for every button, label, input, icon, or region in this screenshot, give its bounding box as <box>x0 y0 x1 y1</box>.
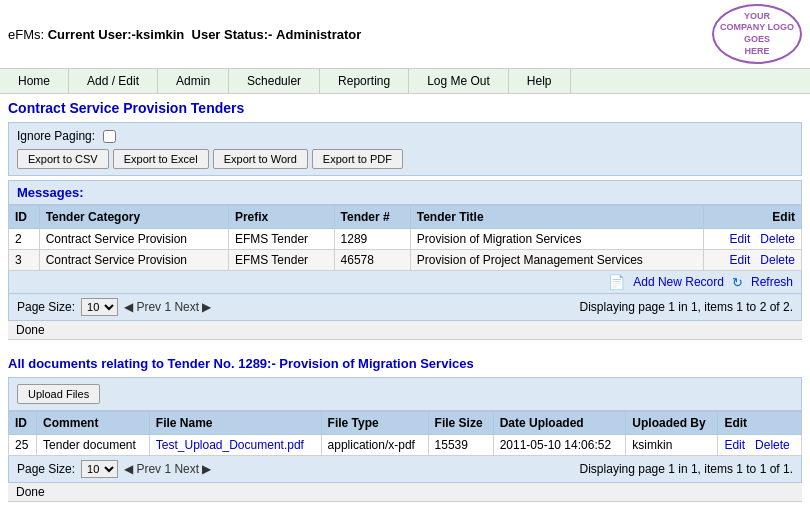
doc-page-size-label: Page Size: <box>17 462 75 476</box>
col-edit: Edit <box>703 206 801 229</box>
doc-cell-date: 2011-05-10 14:06:52 <box>493 435 626 456</box>
nav-bar: Home Add / Edit Admin Scheduler Reportin… <box>0 68 810 94</box>
section2-title: All documents relating to Tender No. 128… <box>8 356 802 371</box>
upload-files-button[interactable]: Upload Files <box>17 384 100 404</box>
col-id: ID <box>9 206 40 229</box>
col-prefix: Prefix <box>228 206 334 229</box>
nav-help[interactable]: Help <box>509 69 571 93</box>
section2: All documents relating to Tender No. 128… <box>0 346 810 508</box>
ignore-paging-checkbox[interactable] <box>103 130 116 143</box>
cell-prefix: EFMS Tender <box>228 250 334 271</box>
cell-id: 3 <box>9 250 40 271</box>
refresh-icon: ↻ <box>732 275 743 290</box>
cell-category: Contract Service Provision <box>39 229 228 250</box>
cell-id: 2 <box>9 229 40 250</box>
pagination-row: Page Size: 10 25 50 ◀ Prev 1 Next ▶ Disp… <box>8 294 802 321</box>
delete-link[interactable]: Delete <box>760 253 795 267</box>
add-new-record-link[interactable]: Add New Record <box>633 275 724 289</box>
cell-number: 1289 <box>334 229 410 250</box>
export-pdf-button[interactable]: Export to PDF <box>312 149 403 169</box>
export-word-button[interactable]: Export to Word <box>213 149 308 169</box>
doc-displaying-text: Displaying page 1 in 1, items 1 to 1 of … <box>580 462 793 476</box>
doc-cell-edit: Edit Delete <box>718 435 802 456</box>
cell-category: Contract Service Provision <box>39 250 228 271</box>
header-title: eFMs: Current User:-ksimkin User Status:… <box>8 27 361 42</box>
doc-cell-uploader: ksimkin <box>626 435 718 456</box>
doc-col-id: ID <box>9 412 37 435</box>
nav-scheduler[interactable]: Scheduler <box>229 69 320 93</box>
pagination-left: Page Size: 10 25 50 ◀ Prev 1 Next ▶ <box>17 298 211 316</box>
pagination-nav[interactable]: ◀ Prev 1 Next ▶ <box>124 300 211 314</box>
cell-number: 46578 <box>334 250 410 271</box>
doc-table-header-row: ID Comment File Name File Type File Size… <box>9 412 802 435</box>
doc-col-uploader: Uploaded By <box>626 412 718 435</box>
doc-table-row: 25 Tender document Test_Upload_Document.… <box>9 435 802 456</box>
doc-col-filesize: File Size <box>428 412 493 435</box>
doc-edit-link[interactable]: Edit <box>724 438 745 452</box>
status-value: Administrator <box>276 27 361 42</box>
refresh-link[interactable]: Refresh <box>751 275 793 289</box>
delete-link[interactable]: Delete <box>760 232 795 246</box>
doc-pagination-left: Page Size: 10 25 50 ◀ Prev 1 Next ▶ <box>17 460 211 478</box>
col-title: Tender Title <box>410 206 703 229</box>
username: ksimkin <box>136 27 184 42</box>
doc-page-size-select[interactable]: 10 25 50 <box>81 460 118 478</box>
cell-edit: Edit Delete <box>703 250 801 271</box>
upload-area: Upload Files <box>8 377 802 411</box>
doc-delete-link[interactable]: Delete <box>755 438 790 452</box>
header: eFMs: Current User:-ksimkin User Status:… <box>0 0 810 68</box>
doc-col-comment: Comment <box>37 412 150 435</box>
nav-admin[interactable]: Admin <box>158 69 229 93</box>
tenders-table: ID Tender Category Prefix Tender # Tende… <box>8 205 802 271</box>
doc-cell-comment: Tender document <box>37 435 150 456</box>
doc-cell-filesize: 15539 <box>428 435 493 456</box>
doc-cell-filename: Test_Upload_Document.pdf <box>149 435 321 456</box>
edit-link[interactable]: Edit <box>730 253 751 267</box>
done-row-2: Done <box>8 483 802 502</box>
company-logo: YOURCOMPANY LOGOGOESHERE <box>712 4 802 64</box>
col-category: Tender Category <box>39 206 228 229</box>
doc-cell-id: 25 <box>9 435 37 456</box>
table-header-row: ID Tender Category Prefix Tender # Tende… <box>9 206 802 229</box>
done-label-1: Done <box>16 323 45 337</box>
displaying-text: Displaying page 1 in 1, items 1 to 2 of … <box>580 300 793 314</box>
cell-title: Provision of Migration Services <box>410 229 703 250</box>
add-icon: 📄 <box>608 274 625 290</box>
page-size-label: Page Size: <box>17 300 75 314</box>
nav-reporting[interactable]: Reporting <box>320 69 409 93</box>
ignore-paging-label: Ignore Paging: <box>17 129 95 143</box>
nav-home[interactable]: Home <box>0 69 69 93</box>
doc-col-date: Date Uploaded <box>493 412 626 435</box>
cell-prefix: EFMS Tender <box>228 229 334 250</box>
messages-label: Messages: <box>17 185 83 200</box>
export-excel-button[interactable]: Export to Excel <box>113 149 209 169</box>
documents-table: ID Comment File Name File Type File Size… <box>8 411 802 456</box>
col-number: Tender # <box>334 206 410 229</box>
header-prefix: eFMs: Current User:- <box>8 27 136 42</box>
action-row: 📄 Add New Record ↻ Refresh <box>8 271 802 294</box>
ignore-paging-row: Ignore Paging: <box>17 129 793 143</box>
doc-col-filename: File Name <box>149 412 321 435</box>
page-size-select[interactable]: 10 25 50 <box>81 298 118 316</box>
export-csv-button[interactable]: Export to CSV <box>17 149 109 169</box>
filename-link[interactable]: Test_Upload_Document.pdf <box>156 438 304 452</box>
nav-logmeout[interactable]: Log Me Out <box>409 69 509 93</box>
doc-pagination-nav[interactable]: ◀ Prev 1 Next ▶ <box>124 462 211 476</box>
doc-col-edit: Edit <box>718 412 802 435</box>
table-row: 3 Contract Service Provision EFMS Tender… <box>9 250 802 271</box>
doc-pagination-row: Page Size: 10 25 50 ◀ Prev 1 Next ▶ Disp… <box>8 456 802 483</box>
nav-add-edit[interactable]: Add / Edit <box>69 69 158 93</box>
section1: Contract Service Provision Tenders Ignor… <box>0 94 810 346</box>
filter-panel: Ignore Paging: Export to CSV Export to E… <box>8 122 802 176</box>
cell-edit: Edit Delete <box>703 229 801 250</box>
messages-header: Messages: <box>8 180 802 205</box>
status-label: User Status:- <box>192 27 273 42</box>
export-buttons: Export to CSV Export to Excel Export to … <box>17 149 793 169</box>
table-row: 2 Contract Service Provision EFMS Tender… <box>9 229 802 250</box>
done-row-1: Done <box>8 321 802 340</box>
doc-cell-filetype: application/x-pdf <box>321 435 428 456</box>
edit-link[interactable]: Edit <box>730 232 751 246</box>
done-label-2: Done <box>16 485 45 499</box>
cell-title: Provision of Project Management Services <box>410 250 703 271</box>
doc-col-filetype: File Type <box>321 412 428 435</box>
